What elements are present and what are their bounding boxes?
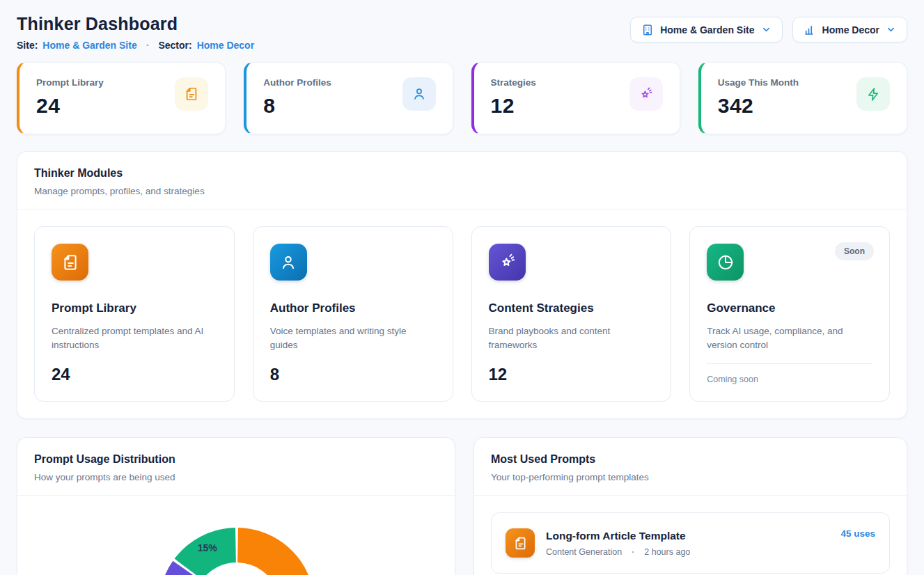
stat-value: 12 (491, 94, 536, 118)
donut-chart: 15% (17, 496, 455, 575)
dashboard-page: Thinker Dashboard Site: Home & Garden Si… (0, 0, 924, 575)
modules-panel-title: Thinker Modules (34, 167, 890, 180)
site-sector-line: Site: Home & Garden Site · Sector: Home … (17, 40, 254, 51)
document-icon (506, 528, 535, 558)
stat-label: Strategies (491, 77, 536, 88)
most-used-title: Most Used Prompts (491, 453, 890, 466)
prompt-usage-title: Prompt Usage Distribution (34, 453, 438, 466)
site-link[interactable]: Home & Garden Site (42, 40, 136, 51)
prompt-list-item[interactable]: Long-form Article Template Content Gener… (491, 512, 890, 574)
svg-text:15%: 15% (198, 542, 218, 553)
stat-label: Prompt Library (36, 77, 104, 88)
prompt-usage-header: Prompt Usage Distribution How your promp… (17, 438, 455, 496)
sparkle-star-icon (629, 77, 663, 111)
module-title: Content Strategies (489, 301, 655, 315)
header-left: Thinker Dashboard Site: Home & Garden Si… (17, 14, 254, 51)
module-card-content-strategies[interactable]: Content Strategies Brand playbooks and c… (471, 226, 672, 402)
sparkle-star-icon (489, 244, 526, 281)
stat-label: Author Profiles (263, 77, 331, 88)
most-used-prompts-card: Most Used Prompts Your top-performing pr… (473, 437, 907, 575)
stat-card-prompt-library: Prompt Library 24 (17, 62, 226, 134)
prompt-usage-subtitle: How your prompts are being used (34, 472, 438, 482)
module-title: Author Profiles (270, 301, 436, 315)
prompt-item-category: Content Generation (546, 547, 622, 557)
prompt-item-uses: 45 uses (840, 528, 875, 539)
building-icon (641, 24, 654, 36)
stat-card-strategies: Strategies 12 (471, 62, 680, 134)
module-description: Voice templates and writing style guides (270, 324, 436, 353)
site-selector-dropdown[interactable]: Home & Garden Site (630, 17, 782, 42)
coming-soon-text: Coming soon (707, 364, 872, 384)
module-card-governance[interactable]: Soon Governance Track AI usage, complian… (689, 226, 890, 402)
pie-chart-icon (707, 244, 744, 281)
most-used-subtitle: Your top-performing prompt templates (491, 472, 890, 482)
sector-selector-label: Home Decor (822, 24, 879, 36)
module-count: 24 (52, 365, 217, 384)
modules-grid: Prompt Library Centralized prompt templa… (17, 210, 907, 418)
lightning-bolt-icon (856, 77, 890, 111)
sector-link[interactable]: Home Decor (197, 40, 254, 51)
site-label: Site: (17, 40, 38, 51)
chevron-down-icon (761, 24, 772, 35)
module-description: Track AI usage, compliance, and version … (707, 324, 872, 353)
prompt-item-title: Long-form Article Template (546, 530, 829, 542)
module-count: 12 (489, 365, 655, 384)
separator-dot: · (627, 547, 639, 557)
stat-card-usage: Usage This Month 342 (698, 62, 907, 134)
module-title: Governance (707, 301, 872, 315)
site-selector-label: Home & Garden Site (660, 24, 754, 36)
modules-panel-header: Thinker Modules Manage prompts, profiles… (17, 152, 907, 210)
module-description: Centralized prompt templates and AI inst… (52, 324, 217, 353)
stat-value: 8 (263, 94, 331, 118)
module-card-prompt-library[interactable]: Prompt Library Centralized prompt templa… (34, 226, 235, 402)
stats-row: Prompt Library 24 Author Profiles 8 (17, 62, 907, 134)
user-icon (270, 244, 307, 281)
thinker-modules-panel: Thinker Modules Manage prompts, profiles… (17, 151, 907, 419)
modules-panel-subtitle: Manage prompts, profiles, and strategies (34, 186, 890, 196)
separator-dot: · (142, 40, 154, 51)
prompt-list: Long-form Article Template Content Gener… (474, 496, 907, 575)
soon-badge: Soon (835, 242, 874, 260)
stat-value: 24 (36, 94, 104, 118)
page-header: Thinker Dashboard Site: Home & Garden Si… (17, 14, 907, 51)
prompt-usage-card: Prompt Usage Distribution How your promp… (17, 437, 455, 575)
module-count: 8 (270, 365, 436, 384)
stat-label: Usage This Month (718, 77, 799, 88)
sector-selector-dropdown[interactable]: Home Decor (792, 17, 907, 42)
document-icon (52, 244, 88, 281)
most-used-header: Most Used Prompts Your top-performing pr… (474, 438, 907, 496)
document-icon (175, 77, 208, 111)
bottom-row: Prompt Usage Distribution How your promp… (17, 437, 907, 575)
stat-card-author-profiles: Author Profiles 8 (244, 62, 453, 134)
module-card-author-profiles[interactable]: Author Profiles Voice templates and writ… (253, 226, 453, 402)
module-title: Prompt Library (52, 301, 217, 315)
stat-value: 342 (718, 94, 799, 118)
header-actions: Home & Garden Site Home Decor (630, 17, 907, 42)
page-title: Thinker Dashboard (17, 14, 254, 34)
sector-label: Sector: (158, 40, 191, 51)
chevron-down-icon (886, 24, 896, 35)
bar-chart-icon (804, 24, 816, 36)
prompt-item-time: 2 hours ago (644, 547, 690, 557)
module-description: Brand playbooks and content frameworks (489, 324, 655, 353)
user-icon (402, 77, 436, 111)
